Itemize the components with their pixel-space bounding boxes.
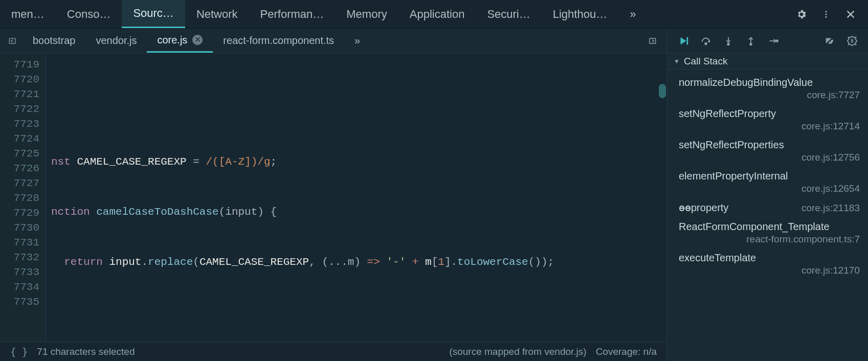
stack-frame[interactable]: ReactFormComponent_Template react-form.c…: [667, 217, 868, 248]
step-out-icon[interactable]: [740, 31, 762, 51]
debugger-sidebar: ▼ Call Stack normalizeDebugBindingValue …: [667, 29, 868, 361]
step-icon[interactable]: [763, 31, 784, 51]
editor-status-bar: { } 71 characters selected (source mappe…: [0, 342, 667, 361]
svg-point-1: [826, 13, 827, 15]
tab-memory[interactable]: Memory: [335, 0, 398, 28]
code-line[interactable]: [49, 104, 667, 119]
code-content[interactable]: nst CAMEL_CASE_REGEXP = /([A-Z])/g; ncti…: [46, 53, 667, 342]
devtools-panel-tabs: men… Conso… Sourc… Network Performan… Me…: [0, 0, 868, 29]
stack-frame[interactable]: setNgReflectProperty core.js:12714: [667, 104, 868, 135]
tab-application[interactable]: Application: [398, 0, 476, 28]
svg-point-13: [776, 40, 778, 42]
svg-point-9: [727, 43, 729, 45]
call-stack-header[interactable]: ▼ Call Stack: [667, 53, 868, 70]
code-line[interactable]: [49, 305, 667, 320]
file-tab-overflow[interactable]: »: [344, 29, 370, 53]
stack-frame[interactable]: setNgReflectProperties core.js:12756: [667, 135, 868, 166]
svg-rect-16: [852, 39, 853, 42]
svg-rect-6: [686, 37, 688, 44]
code-line[interactable]: return input.replace(CAMEL_CASE_REGEXP, …: [49, 255, 667, 269]
tab-sources[interactable]: Sourc…: [122, 0, 185, 28]
tab-elements[interactable]: men…: [0, 0, 56, 28]
tab-security[interactable]: Securi…: [476, 0, 541, 28]
deactivate-breakpoints-icon[interactable]: [819, 31, 840, 51]
svg-point-11: [750, 43, 752, 45]
stack-frame[interactable]: ɵɵproperty core.js:21183: [667, 197, 868, 217]
code-line[interactable]: nst CAMEL_CASE_REGEXP = /([A-Z])/g;: [49, 154, 667, 169]
svg-rect-4: [650, 38, 656, 43]
svg-rect-3: [9, 38, 15, 43]
call-stack-list: normalizeDebugBindingValue core.js:7727 …: [667, 70, 868, 361]
file-tab-core[interactable]: core.js ✕: [147, 29, 213, 53]
file-tab-bootstrap[interactable]: bootstrap: [23, 29, 85, 53]
navigate-back-icon[interactable]: [3, 29, 23, 53]
file-tab-vendor[interactable]: vendor.js: [85, 29, 147, 53]
line-gutter: 77197720772177227723 7724772577267727772…: [0, 53, 46, 342]
svg-point-2: [826, 16, 827, 17]
stack-frame[interactable]: elementPropertyInternal core.js:12654: [667, 166, 868, 197]
tab-lighthouse[interactable]: Lighthou…: [542, 0, 618, 28]
close-devtools-icon[interactable]: [840, 4, 861, 25]
svg-point-7: [705, 42, 707, 44]
pause-on-exceptions-icon[interactable]: [841, 31, 863, 51]
close-file-icon[interactable]: ✕: [192, 35, 203, 45]
svg-rect-15: [851, 39, 852, 42]
step-over-icon[interactable]: [695, 31, 717, 51]
tab-console[interactable]: Conso…: [56, 0, 122, 28]
stack-frame[interactable]: executeTemplate core.js:12170: [667, 248, 868, 279]
selection-info: 71 characters selected: [37, 346, 135, 357]
tab-performance[interactable]: Performan…: [249, 0, 336, 28]
step-into-icon[interactable]: [718, 31, 739, 51]
pretty-print-icon[interactable]: { }: [10, 346, 28, 357]
source-map-info: (source mapped from vendor.js): [449, 346, 586, 357]
code-editor[interactable]: 77197720772177227723 7724772577267727772…: [0, 53, 667, 342]
resume-icon[interactable]: [673, 31, 694, 51]
file-tab-react-form[interactable]: react-form.component.ts: [213, 29, 344, 53]
coverage-info: Coverage: n/a: [596, 346, 657, 357]
tab-network[interactable]: Network: [185, 0, 249, 28]
code-line[interactable]: nction camelCaseToDashCase(input) {: [49, 205, 667, 219]
stack-frame[interactable]: normalizeDebugBindingValue core.js:7727: [667, 73, 868, 104]
disclosure-triangle-icon: ▼: [674, 58, 680, 65]
settings-icon[interactable]: [791, 4, 812, 25]
svg-marker-5: [681, 37, 686, 44]
debugger-toolbar: [667, 29, 868, 53]
kebab-menu-icon[interactable]: [816, 4, 836, 25]
svg-point-0: [826, 11, 827, 12]
editor-scrollbar-thumb[interactable]: [659, 84, 666, 98]
file-tabstrip: bootstrap vendor.js core.js ✕ react-form…: [0, 29, 667, 53]
tab-overflow[interactable]: »: [618, 0, 647, 28]
navigate-forward-icon[interactable]: [642, 36, 662, 46]
